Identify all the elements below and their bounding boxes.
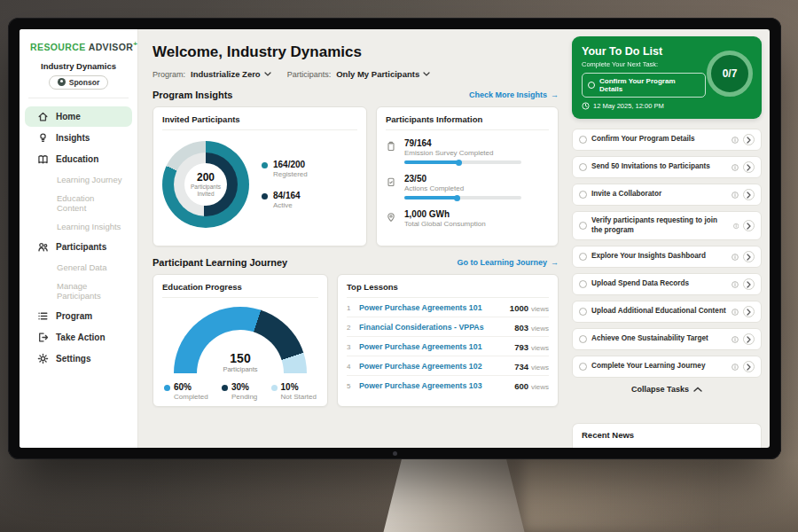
task-checkbox[interactable] [579,191,587,199]
task-checkbox[interactable] [579,253,587,261]
task-checkbox[interactable] [579,136,587,144]
todo-progress-ring: 0/7 [707,51,753,97]
info-icon [732,336,739,343]
lesson-title-link[interactable]: Power Purchase Agreements 102 [359,362,514,371]
info-icon [733,223,739,230]
chevron-right-icon[interactable] [743,134,755,145]
info-icon [732,309,739,316]
program-select[interactable]: Industrialize Zero [191,69,271,79]
participants-information-card: Participants Information 79/164 Emission… [376,106,559,246]
task-item[interactable]: Confirm Your Program Details [572,129,762,151]
education-progress-card: Education Progress 150 Participants 60% [153,274,328,407]
invited-donut-row: 200 Participants Invited 164/200 Registe… [162,141,357,228]
task-item[interactable]: Explore Your Insights Dashboard [572,246,762,268]
chevron-right-icon[interactable] [743,278,755,290]
logo-plus: + [133,40,137,48]
recent-news-title: Recent News [582,430,634,440]
main-content: Welcome, Industry Dynamics Program: Indu… [138,29,569,448]
legend-label: Active [273,201,301,209]
legend-item-registered: 164/200 Registered [262,160,308,178]
legend-item-not-started: 10% Not Started [271,382,317,401]
task-checkbox[interactable] [579,308,587,316]
collapse-tasks-button[interactable]: Collapse Tasks [572,385,762,394]
task-checkbox[interactable] [579,335,587,343]
chevron-right-icon[interactable] [743,306,755,317]
lesson-rank: 5 [347,382,359,390]
org-name: Industry Dynamics [20,61,137,71]
book-icon [37,153,49,165]
top-lessons-card: Top Lessons 1 Power Purchase Agreements … [337,274,559,407]
check-more-insights-link[interactable]: Check More Insights → [469,90,559,99]
info-row-actions: 23/50 Actions Completed [386,174,549,200]
info-value: 23/50 [404,174,521,184]
info-rows: 79/164 Emission Survey Completed 23/50 A… [386,138,549,228]
task-checkbox[interactable] [579,163,587,171]
task-checkbox[interactable] [579,222,587,230]
info-label: Total Global Consumption [404,220,486,228]
go-to-learning-journey-link[interactable]: Go to Learning Journey → [457,258,559,267]
clipboard-icon [386,138,397,164]
sidebar-item-label: Learning Journey [57,175,121,184]
task-label: Upload Additional Educational Content [591,307,727,317]
legend-value: 164/200 [273,160,308,169]
task-item[interactable]: Upload Spend Data Records [572,273,762,295]
task-item[interactable]: Complete Your Learning Journey [572,356,762,378]
arrow-right-icon: → [551,258,559,267]
chevron-right-icon[interactable] [743,361,755,372]
chevron-right-icon[interactable] [743,161,755,173]
link-label: Check More Insights [469,90,547,99]
progress-bar-fill [404,160,460,164]
sidebar: RESOURCE ADVISOR+ Industry Dynamics Spon… [20,29,138,448]
lesson-title-link[interactable]: Financial Considerations - VPPAs [359,323,514,332]
lesson-title-link[interactable]: Power Purchase Agreements 101 [359,303,510,312]
task-item[interactable]: Send 50 Invitations to Participants [572,156,762,178]
lesson-title-link[interactable]: Power Purchase Agreements 101 [359,342,514,351]
chevron-right-icon[interactable] [743,189,755,200]
participants-select[interactable]: Only My Participants [336,69,430,79]
chevron-right-icon[interactable] [743,251,755,262]
info-row-emission-survey: 79/164 Emission Survey Completed [386,138,549,164]
task-checkbox[interactable] [579,280,587,288]
sidebar-nav: Home Insights Education Learning Journey… [20,106,137,369]
sidebar-item-settings[interactable]: Settings [25,348,132,369]
lesson-list: 1 Power Purchase Agreements 101 1000view… [347,298,549,395]
task-item[interactable]: Verify participants requesting to join t… [572,211,762,240]
invited-participants-card: Invited Participants 200 Participants In… [153,106,367,246]
task-label: Explore Your Insights Dashboard [591,252,727,262]
sidebar-item-education-content[interactable]: Education Content [25,189,132,217]
task-item[interactable]: Upload Additional Educational Content [572,301,762,323]
sidebar-item-home[interactable]: Home [25,106,132,127]
sidebar-item-education[interactable]: Education [25,149,132,169]
chevron-right-icon[interactable] [743,220,755,231]
sidebar-item-program[interactable]: Program [25,306,132,326]
sidebar-item-learning-insights[interactable]: Learning Insights [25,217,132,236]
task-item[interactable]: Invite a Collaborator [572,184,762,206]
app-logo: RESOURCE ADVISOR+ [20,38,137,59]
chevron-right-icon[interactable] [743,333,755,345]
sidebar-item-learning-journey[interactable]: Learning Journey [25,170,132,189]
legend-value: 84/164 [273,191,301,200]
info-value: 1,000 GWh [404,209,486,219]
task-checkbox[interactable] [588,82,595,89]
task-item[interactable]: Achieve One Sustainability Target [572,328,762,350]
logo-resource: RESOURCE [30,42,86,52]
sidebar-item-label: Education [56,154,98,164]
sidebar-item-label: Learning Insights [57,222,121,231]
section-title: Participant Learning Journey [153,257,287,268]
sidebar-item-participants[interactable]: Participants [25,237,132,257]
due-date-label: 12 May 2025, 12:00 PM [593,102,664,110]
lesson-title-link[interactable]: Power Purchase Agreements 103 [359,381,514,390]
next-task[interactable]: Confirm Your Program Details [582,73,706,98]
sidebar-item-manage-participants[interactable]: Manage Participants [25,277,132,305]
sidebar-item-insights[interactable]: Insights [25,128,132,148]
monitor-stand [383,454,525,532]
task-label: Verify participants requesting to join t… [591,216,729,235]
lesson-views: 600views [514,381,549,391]
sidebar-item-general-data[interactable]: General Data [25,258,132,277]
sidebar-item-take-action[interactable]: Take Action [25,327,132,348]
participants-filter-label: Participants: [287,70,332,79]
lesson-rank: 3 [347,343,359,351]
program-select-value: Industrialize Zero [191,69,261,79]
progress-bar [404,160,521,164]
task-checkbox[interactable] [579,363,587,371]
